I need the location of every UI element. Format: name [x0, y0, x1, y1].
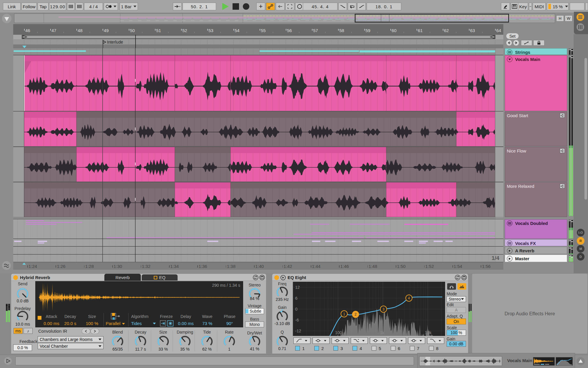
- routing-value[interactable]: Parallel: [105, 321, 125, 326]
- eq-display[interactable]: 12341260-6-121001k10k: [293, 282, 445, 336]
- drywet-value[interactable]: 41 %: [243, 347, 266, 351]
- toggle-i-o[interactable]: I-O: [577, 229, 584, 236]
- send-value[interactable]: 0.0 dB: [11, 299, 34, 303]
- hot-swap-icon[interactable]: [253, 275, 258, 280]
- ir-file-dropdown[interactable]: Vocal Chamber: [38, 343, 103, 349]
- hot-swap-icon[interactable]: [455, 275, 460, 280]
- eq-q-value[interactable]: 0.71: [271, 346, 294, 351]
- save-preset-icon[interactable]: [461, 275, 467, 280]
- hr-knob-value[interactable]: 11.7 s: [129, 347, 152, 352]
- track-header-good-start[interactable]: Good Start: [505, 112, 567, 146]
- link-button[interactable]: Link: [3, 3, 21, 10]
- device-on-icon[interactable]: [13, 275, 18, 280]
- zoom-wave-button[interactable]: [2, 261, 11, 271]
- hr-knob-value[interactable]: 35 %: [174, 347, 196, 352]
- eq-band-filter-dropdown[interactable]: [408, 337, 425, 344]
- track-header-vocals-main[interactable]: Vocals Main: [505, 55, 567, 111]
- bass-mono-chooser[interactable]: Mono: [245, 321, 264, 327]
- freeze-buttons[interactable]: [160, 320, 173, 326]
- device-preview-icon[interactable]: [280, 275, 286, 280]
- hr-knob-value[interactable]: 33 %: [152, 347, 174, 352]
- tab-eq[interactable]: EQ: [142, 274, 178, 281]
- scrub-area[interactable]: [13, 44, 503, 48]
- show-hide-detail-button[interactable]: [576, 357, 585, 366]
- track-header-nice-flow[interactable]: Nice Flow: [505, 147, 567, 182]
- clip-preview-box[interactable]: [419, 356, 502, 366]
- stop-button[interactable]: [232, 3, 239, 10]
- hr-knob-rate[interactable]: [218, 334, 241, 347]
- hr-knob-value[interactable]: 62 %: [196, 347, 218, 352]
- tab-reverb[interactable]: Reverb: [104, 274, 141, 281]
- loop-brace-row[interactable]: [13, 35, 503, 39]
- hr-knob-value[interactable]: 1: [218, 347, 240, 352]
- locator-row[interactable]: Interlude: [13, 40, 503, 44]
- cpu-meter[interactable]: 15 %: [547, 3, 569, 10]
- arrangement-lanes[interactable]: [13, 48, 503, 262]
- tempo-field[interactable]: 129.00: [49, 3, 66, 10]
- eq-gain-out-field[interactable]: 0.00 dB: [447, 341, 466, 347]
- eq-band-checkbox[interactable]: [391, 346, 395, 351]
- eq-band-filter-dropdown[interactable]: [332, 337, 349, 344]
- predelay-ms-toggle[interactable]: ms: [14, 328, 23, 334]
- midi-map-button[interactable]: MIDI: [533, 3, 546, 10]
- quantize-menu[interactable]: 1 Bar: [120, 3, 138, 10]
- nudge-down-button[interactable]: [67, 3, 75, 10]
- track-header-a-reverb[interactable]: A Reverb: [505, 247, 567, 254]
- eq-band-filter-dropdown[interactable]: [293, 337, 310, 344]
- menu-icon[interactable]: [507, 241, 512, 246]
- loop-start-field[interactable]: 45. 4. 4: [303, 3, 338, 10]
- toggle-m[interactable]: M: [577, 245, 584, 253]
- capture-midi-button[interactable]: [285, 3, 294, 10]
- hr-knob-blend[interactable]: [106, 334, 129, 347]
- eq-band-filter-dropdown[interactable]: [389, 337, 406, 344]
- eq-band-checkbox[interactable]: [333, 346, 338, 351]
- hr-knob-decay[interactable]: [129, 334, 152, 347]
- menu-icon[interactable]: [507, 49, 512, 55]
- delay-value[interactable]: 0.00 ms: [177, 321, 195, 326]
- hr-knob-tide[interactable]: [196, 334, 218, 347]
- mode-dropdown[interactable]: Stereo: [447, 296, 466, 302]
- hr-knob-size[interactable]: [152, 334, 175, 347]
- play-icon[interactable]: [507, 248, 512, 253]
- device-thumbnail-hybrid-reverb[interactable]: [533, 357, 555, 366]
- predelay-knob[interactable]: [11, 309, 34, 322]
- send-knob[interactable]: [11, 287, 34, 300]
- ir-prev-next-buttons[interactable]: [82, 329, 99, 334]
- stereo-value[interactable]: 84 %: [243, 296, 266, 301]
- track-header-vocals-doubled[interactable]: Vocals Doubled: [505, 219, 567, 239]
- prev-locator-button[interactable]: [506, 40, 512, 46]
- spectrum-toggle-button[interactable]: [457, 283, 466, 290]
- computer-midi-keyboard-button[interactable]: [511, 3, 518, 10]
- new-midi-track-button[interactable]: +: [256, 3, 265, 10]
- arrangement-position-field[interactable]: 50. 2. 1: [183, 3, 216, 10]
- drywet-knob[interactable]: [243, 334, 266, 347]
- hr-knob-value[interactable]: 65/35: [106, 347, 129, 352]
- bar-ruler[interactable]: 46474849505152535455565758596061626364: [13, 24, 503, 35]
- track-header-master[interactable]: Master: [505, 255, 567, 262]
- automation-arm-button[interactable]: [266, 3, 275, 10]
- eq-band-checkbox[interactable]: [295, 346, 300, 351]
- back-to-arrangement-button[interactable]: [2, 14, 12, 24]
- help-play-button[interactable]: [4, 357, 12, 365]
- play-icon[interactable]: [507, 256, 512, 261]
- menu-icon[interactable]: [507, 221, 512, 226]
- drop-audio-effects-zone[interactable]: Drop Audio Effects Here: [472, 274, 587, 354]
- adaptq-button[interactable]: On: [447, 319, 466, 324]
- follow-button[interactable]: Follow: [21, 3, 37, 10]
- eq-band-checkbox[interactable]: [353, 346, 357, 351]
- ir-category-dropdown[interactable]: Chambers and Large Rooms: [38, 336, 103, 342]
- reverb-decay-value[interactable]: 20.0 s: [61, 321, 79, 326]
- vintage-chooser[interactable]: Subtle: [245, 308, 264, 314]
- vertical-scrollbar[interactable]: [584, 58, 587, 200]
- track-header-strings[interactable]: Strings: [505, 48, 567, 55]
- track-header-more-relaxed[interactable]: More Relaxed: [505, 182, 567, 217]
- edit-ab-button[interactable]: A: [447, 307, 466, 313]
- time-signature-field[interactable]: 4 / 4: [84, 3, 103, 10]
- save-preset-icon[interactable]: [259, 275, 265, 280]
- follow-playback-button[interactable]: [173, 3, 182, 10]
- eq-freq-knob[interactable]: [271, 285, 294, 298]
- eq-freq-value[interactable]: 235 Hz: [271, 297, 294, 302]
- track-header-vocals-fx[interactable]: Vocals FX: [505, 239, 567, 246]
- take-lane-speaker-icon[interactable]: [560, 184, 565, 188]
- eq-band-checkbox[interactable]: [372, 346, 376, 351]
